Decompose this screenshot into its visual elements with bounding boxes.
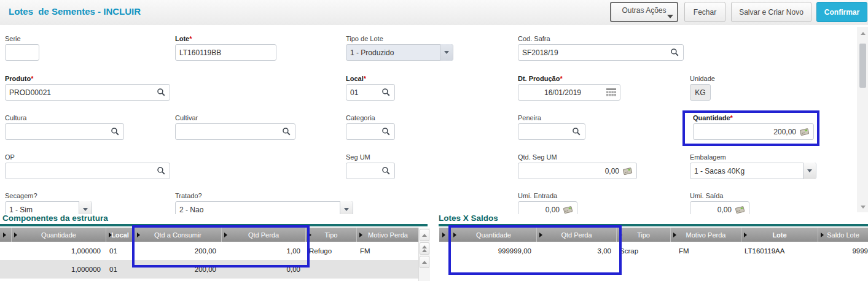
- field-unidade: Unidade KG: [690, 75, 711, 101]
- column-arrow-icon: [744, 233, 747, 237]
- umi-entrada-input[interactable]: 0,00: [518, 201, 577, 214]
- categoria-input[interactable]: [346, 123, 395, 140]
- field-cultura: Cultura: [5, 114, 124, 140]
- serie-input[interactable]: [5, 44, 39, 61]
- calculator-icon[interactable]: [563, 206, 573, 214]
- search-icon[interactable]: [381, 166, 391, 175]
- field-cultivar: Cultivar: [175, 114, 295, 140]
- serie-label: Serie: [5, 35, 39, 42]
- column-header-saldo-lote[interactable]: Saldo Lote: [818, 228, 868, 242]
- calculator-icon[interactable]: [735, 206, 745, 214]
- cod-safra-input[interactable]: SF2018/19: [518, 44, 684, 61]
- cultivar-input[interactable]: [175, 123, 295, 140]
- chevron-down-icon: [667, 15, 673, 18]
- unidade-input: KG: [690, 84, 711, 101]
- field-local: Local* 01: [346, 75, 395, 101]
- column-header-tipo[interactable]: Tipo: [305, 228, 356, 242]
- scroll-up-icon[interactable]: [861, 32, 866, 35]
- umi-saida-label: Umi. Saída: [690, 192, 749, 199]
- field-op: OP: [5, 153, 170, 179]
- column-header-motivo-perda[interactable]: Motivo Perda: [356, 228, 419, 242]
- chevron-down-icon[interactable]: [803, 163, 816, 179]
- cultivar-label: Cultivar: [175, 114, 295, 121]
- op-input[interactable]: [5, 163, 170, 179]
- produto-label: Produto: [5, 75, 31, 82]
- search-icon[interactable]: [282, 127, 291, 136]
- column-header-quantidade[interactable]: Quantidade: [11, 228, 106, 242]
- column-arrow-icon: [359, 233, 362, 237]
- form-scrollbar[interactable]: [858, 27, 868, 212]
- row-marker-icon: [3, 233, 6, 237]
- grid-corner-cell[interactable]: [0, 228, 11, 242]
- scroll-up-icon[interactable]: [420, 256, 429, 268]
- qtd-seg-um-input[interactable]: 0,00: [518, 163, 637, 179]
- scroll-down-icon[interactable]: [861, 206, 866, 209]
- required-asterisk: *: [189, 35, 192, 42]
- search-icon[interactable]: [381, 88, 391, 97]
- field-peneira: Peneira: [518, 114, 585, 140]
- tipo-de-lote-label: Tipo de Lote: [346, 35, 453, 42]
- field-umi-saida: Umi. Saída 0,00: [690, 192, 749, 214]
- search-icon[interactable]: [572, 127, 581, 136]
- top-bar: Lotes de Sementes - INCLUIR Outras Ações…: [0, 0, 868, 26]
- seg-um-input[interactable]: [346, 163, 395, 179]
- outras-acoes-button[interactable]: Outras Ações: [610, 2, 678, 22]
- scroll-up-icon[interactable]: [420, 229, 429, 241]
- field-embalagem: Embalagem 1 - Sacas 40Kg: [690, 153, 816, 179]
- calculator-icon[interactable]: [622, 167, 633, 175]
- search-icon[interactable]: [381, 127, 391, 136]
- search-icon[interactable]: [670, 48, 679, 57]
- column-header-motivo-perda[interactable]: Motivo Perda: [670, 228, 741, 242]
- column-header-tipo[interactable]: Tipo: [616, 228, 670, 242]
- tipo-de-lote-select[interactable]: 1 - Produzido: [346, 44, 453, 61]
- produto-input[interactable]: PROD00021: [5, 84, 170, 101]
- seg-um-label: Seg UM: [346, 153, 395, 161]
- search-icon[interactable]: [111, 127, 120, 136]
- calendar-icon[interactable]: [606, 88, 616, 97]
- embalagem-select[interactable]: 1 - Sacas 40Kg: [690, 163, 816, 179]
- page-title: Lotes de Sementes - INCLUIR: [9, 6, 141, 17]
- cultura-label: Cultura: [5, 114, 124, 121]
- scrollbar-thumb[interactable]: [859, 44, 866, 88]
- cultura-input[interactable]: [5, 123, 124, 140]
- column-header-lote[interactable]: Lote: [741, 228, 818, 242]
- chevron-down-icon[interactable]: [340, 201, 353, 214]
- field-tipo-de-lote: Tipo de Lote 1 - Produzido: [346, 35, 453, 61]
- field-tratado: Tratado? 2 - Nao: [175, 192, 353, 214]
- lotes-saldos-section-title: Lotes X Saldos: [439, 214, 498, 223]
- required-asterisk: *: [560, 75, 562, 82]
- secagem-label: Secagem?: [5, 192, 92, 199]
- search-icon[interactable]: [157, 166, 166, 175]
- tratado-select[interactable]: 2 - Nao: [175, 201, 353, 214]
- required-asterisk: *: [364, 75, 366, 82]
- local-label: Local: [346, 75, 364, 82]
- column-header-local[interactable]: Local: [106, 228, 134, 242]
- chevron-down-icon[interactable]: [79, 201, 92, 214]
- dt-producao-input[interactable]: 16/01/2019: [518, 84, 620, 101]
- salvar-criar-novo-button[interactable]: Salvar e Criar Novo: [731, 2, 811, 22]
- search-icon[interactable]: [157, 88, 166, 97]
- lote-input[interactable]: LT160119BB: [175, 44, 276, 61]
- peneira-input[interactable]: [518, 123, 585, 140]
- embalagem-label: Embalagem: [690, 153, 816, 161]
- confirmar-button[interactable]: Confirmar: [816, 2, 867, 22]
- chevron-down-icon[interactable]: [440, 44, 453, 61]
- tratado-label: Tratado?: [175, 192, 353, 199]
- highlight-box-quantidade-qtd-perda: [448, 225, 622, 275]
- field-umi-entrada: Umi. Entrada 0,00: [518, 192, 577, 214]
- lotes-sementes-window: Lotes de Sementes - INCLUIR Outras Ações…: [0, 0, 868, 281]
- op-label: OP: [5, 153, 170, 161]
- row-marker-icon: [442, 233, 445, 237]
- field-categoria: Categoria: [346, 114, 395, 140]
- local-input[interactable]: 01: [346, 84, 395, 101]
- field-produto: Produto* PROD00021: [5, 75, 170, 101]
- umi-saida-input[interactable]: 0,00: [690, 201, 749, 214]
- secagem-select[interactable]: 1 - Sim: [5, 201, 92, 214]
- required-asterisk: *: [31, 75, 33, 82]
- fechar-button[interactable]: Fechar: [684, 2, 725, 22]
- column-arrow-icon: [14, 233, 17, 237]
- scroll-page-up-icon[interactable]: [420, 242, 429, 255]
- dt-producao-label: Dt. Produção: [518, 75, 560, 82]
- componentes-grid-scrollbar[interactable]: [418, 228, 430, 281]
- unidade-label: Unidade: [690, 75, 711, 82]
